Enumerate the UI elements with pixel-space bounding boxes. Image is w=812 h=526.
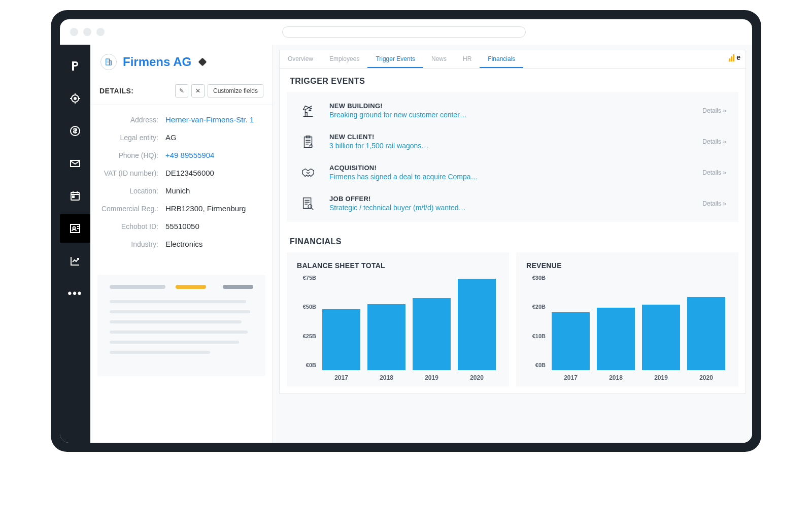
tab-hr[interactable]: HR bbox=[455, 50, 480, 68]
edit-button[interactable]: ✎ bbox=[175, 84, 188, 97]
event-title: ACQUISITION! bbox=[329, 164, 690, 172]
event-title: NEW CLIENT! bbox=[329, 133, 690, 141]
detail-value: Munich bbox=[165, 186, 190, 195]
trigger-events-heading: TRIGGER EVENTS bbox=[280, 69, 746, 92]
event-description[interactable]: Firmens has signed a deal to acquire Com… bbox=[329, 173, 690, 181]
echobot-brand-icon: e bbox=[729, 53, 740, 61]
tab-overview[interactable]: Overview bbox=[280, 50, 321, 68]
chart-y-tick: €50B bbox=[303, 304, 316, 310]
chart-x-label: 2018 bbox=[609, 374, 623, 381]
details-heading: DETAILS: bbox=[99, 87, 134, 95]
chart-y-tick: €20B bbox=[532, 304, 546, 310]
chart-bar: 2020 bbox=[458, 279, 496, 381]
nav-calendar-icon[interactable] bbox=[60, 182, 90, 210]
chart-bar: 2019 bbox=[413, 298, 451, 381]
event-details-link[interactable]: Details » bbox=[702, 169, 726, 176]
chart-y-tick: €0B bbox=[306, 362, 316, 368]
tag-icon[interactable] bbox=[198, 58, 207, 67]
company-name[interactable]: Firmens AG bbox=[123, 55, 191, 69]
nav-deals-icon[interactable] bbox=[60, 117, 90, 145]
detail-label: Address: bbox=[99, 116, 165, 124]
chart-bar: 2019 bbox=[642, 305, 680, 381]
chart-title: BALANCE SHEET TOTAL bbox=[297, 261, 499, 270]
chart-bar: 2018 bbox=[367, 304, 405, 381]
tab-financials[interactable]: Financials bbox=[480, 50, 523, 68]
chart-x-label: 2020 bbox=[699, 374, 713, 381]
detail-row: Location:Munich bbox=[99, 186, 263, 195]
trigger-event: NEW BUILDING! Breaking ground for new cu… bbox=[287, 95, 738, 126]
chart-x-label: 2019 bbox=[654, 374, 668, 381]
search-doc-icon bbox=[299, 196, 317, 211]
event-title: JOB OFFER! bbox=[329, 195, 690, 203]
financials-heading: FINANCIALS bbox=[280, 229, 746, 252]
nav-mail-icon[interactable] bbox=[60, 149, 90, 178]
crane-icon bbox=[299, 103, 317, 118]
customize-fields-button[interactable]: Customize fields bbox=[208, 84, 263, 97]
company-details-panel: Firmens AG DETAILS: ✎ ✕ Customize fields… bbox=[90, 45, 273, 443]
event-details-link[interactable]: Details » bbox=[702, 107, 726, 114]
placeholder-card bbox=[97, 275, 265, 376]
event-description[interactable]: 3 billion for 1,500 rail wagons… bbox=[329, 142, 690, 150]
chart-card: REVENUE €30B€20B€10B€0B 2017201820192020 bbox=[516, 252, 738, 386]
detail-row: Address:Herner-van-Firmens-Str. 1 bbox=[99, 115, 263, 124]
detail-value: 55510050 bbox=[165, 222, 199, 231]
detail-value: DE123456000 bbox=[165, 169, 214, 177]
window-control-dot bbox=[96, 28, 105, 36]
window-control-dot bbox=[83, 28, 91, 36]
nav-logo[interactable] bbox=[60, 52, 90, 80]
chart-x-label: 2019 bbox=[425, 374, 438, 381]
detail-label: Industry: bbox=[99, 240, 165, 248]
detail-label: VAT (ID number): bbox=[99, 169, 165, 177]
svg-point-11 bbox=[308, 204, 312, 208]
window-control-dot bbox=[70, 28, 78, 36]
chart-card: BALANCE SHEET TOTAL €75B€50B€25B€0B 2017… bbox=[287, 252, 509, 386]
company-building-icon bbox=[100, 54, 117, 70]
event-description[interactable]: Strategic / technical buyer (m/f/d) want… bbox=[329, 204, 690, 212]
tabs-bar: OverviewEmployeesTrigger EventsNewsHRFin… bbox=[280, 50, 746, 69]
clipboard-icon bbox=[299, 134, 317, 149]
event-title: NEW BUILDING! bbox=[329, 102, 690, 110]
address-bar[interactable] bbox=[282, 26, 526, 38]
chart-x-label: 2020 bbox=[470, 374, 484, 381]
chart-x-label: 2018 bbox=[380, 374, 393, 381]
svg-rect-4 bbox=[73, 196, 74, 198]
nav-target-icon[interactable] bbox=[60, 84, 90, 113]
nav-analytics-icon[interactable] bbox=[60, 247, 90, 275]
chart-y-tick: €25B bbox=[303, 333, 316, 339]
browser-title-bar bbox=[60, 19, 752, 45]
detail-value: Electronics bbox=[165, 240, 202, 248]
detail-value[interactable]: +49 89555904 bbox=[165, 151, 214, 159]
close-button[interactable]: ✕ bbox=[191, 84, 205, 97]
tab-trigger-events[interactable]: Trigger Events bbox=[367, 50, 423, 68]
chart-bar: 2020 bbox=[687, 297, 725, 381]
detail-row: Industry:Electronics bbox=[99, 240, 263, 248]
detail-row: Phone (HQ):+49 89555904 bbox=[99, 151, 263, 159]
trigger-event: ACQUISITION! Firmens has signed a deal t… bbox=[287, 157, 738, 188]
detail-value: AG bbox=[165, 133, 177, 142]
tab-news[interactable]: News bbox=[423, 50, 455, 68]
chart-x-label: 2017 bbox=[334, 374, 348, 381]
detail-row: Commercial Reg.:HRB12300, Firmenburg bbox=[99, 204, 263, 213]
nav-contacts-icon[interactable] bbox=[60, 214, 90, 243]
chart-title: REVENUE bbox=[526, 261, 728, 270]
chart-bar: 2017 bbox=[552, 312, 590, 381]
detail-value: HRB12300, Firmenburg bbox=[165, 204, 246, 213]
nav-more-icon[interactable]: ••• bbox=[60, 279, 90, 308]
detail-label: Legal entity: bbox=[99, 134, 165, 142]
trigger-event: NEW CLIENT! 3 billion for 1,500 rail wag… bbox=[287, 126, 738, 157]
handshake-icon bbox=[299, 165, 317, 180]
chart-bar: 2018 bbox=[597, 308, 635, 381]
detail-row: Legal entity:AG bbox=[99, 133, 263, 142]
nav-sidebar: ••• bbox=[60, 45, 90, 443]
event-details-link[interactable]: Details » bbox=[702, 138, 726, 145]
svg-point-1 bbox=[74, 97, 76, 100]
event-description[interactable]: Breaking ground for new customer center… bbox=[329, 111, 690, 119]
detail-value[interactable]: Herner-van-Firmens-Str. 1 bbox=[165, 115, 254, 124]
chart-x-label: 2017 bbox=[564, 374, 578, 381]
tab-employees[interactable]: Employees bbox=[321, 50, 367, 68]
svg-rect-7 bbox=[106, 59, 110, 65]
chart-y-tick: €75B bbox=[303, 275, 316, 281]
detail-row: VAT (ID number):DE123456000 bbox=[99, 169, 263, 177]
event-details-link[interactable]: Details » bbox=[702, 200, 726, 207]
chart-bar: 2017 bbox=[322, 309, 360, 381]
